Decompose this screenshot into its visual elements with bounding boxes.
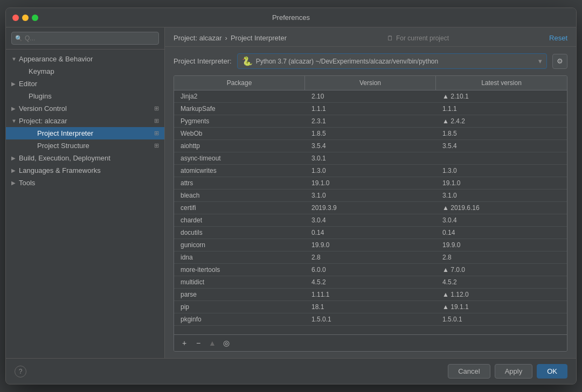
cell-latest: ▲ 2019.6.16	[436, 202, 567, 214]
cell-version: 3.0.4	[305, 214, 436, 226]
table-row[interactable]: parse 1.11.1 ▲ 1.12.0	[174, 289, 567, 301]
cell-package: pkginfo	[174, 313, 305, 325]
dialog-title: Preferences	[272, 13, 310, 22]
cell-latest: 3.5.4	[436, 140, 567, 152]
col-latest: Latest version	[436, 76, 567, 90]
sidebar-item-keymap[interactable]: Keymap	[6, 65, 164, 78]
table-row[interactable]: bleach 3.1.0 3.1.0	[174, 190, 567, 202]
cell-latest	[436, 152, 567, 164]
cell-latest: ▲ 7.0.0	[436, 264, 567, 276]
cell-version: 3.5.4	[305, 140, 436, 152]
cell-package: multidict	[174, 276, 305, 288]
sidebar-item-tools[interactable]: ▶ Tools	[6, 177, 164, 189]
table-row[interactable]: docutils 0.14 0.14	[174, 227, 567, 239]
packages-table: Package Version Latest version Jinja2 2.…	[174, 75, 567, 352]
main-body: Project Interpreter: 🐍 Python 3.7 (alcaz…	[165, 47, 576, 358]
cell-version: 2.10	[305, 90, 436, 102]
sidebar-item-languages[interactable]: ▶ Languages & Frameworks	[6, 164, 164, 177]
table-row[interactable]: attrs 19.1.0 19.1.0	[174, 177, 567, 190]
add-package-button[interactable]: +	[178, 337, 190, 349]
sidebar-item-label: Project: alcazar	[19, 117, 152, 125]
close-button[interactable]	[12, 15, 19, 21]
table-row[interactable]: pkginfo 1.5.0.1 1.5.0.1	[174, 313, 567, 326]
cell-latest: 19.9.0	[436, 239, 567, 251]
cell-package: aiohttp	[174, 140, 305, 152]
table-row[interactable]: idna 2.8 2.8	[174, 251, 567, 264]
cell-version: 18.1	[305, 301, 436, 313]
ok-button[interactable]: OK	[537, 364, 567, 379]
reset-button[interactable]: Reset	[549, 34, 567, 42]
table-row[interactable]: aiohttp 3.5.4 3.5.4	[174, 140, 567, 152]
cell-latest: 3.1.0	[436, 190, 567, 201]
help-button[interactable]: ?	[15, 366, 26, 377]
sidebar-item-label: Tools	[19, 179, 159, 187]
cell-latest: ▲ 2.4.2	[436, 115, 567, 127]
table-row[interactable]: more-itertools 6.0.0 ▲ 7.0.0	[174, 264, 567, 276]
sidebar-item-project-structure[interactable]: Project Structure ⊞	[6, 139, 164, 152]
cell-package: docutils	[174, 227, 305, 239]
sidebar-item-project-interpreter[interactable]: Project Interpreter ⊞	[6, 127, 164, 139]
for-project-text: For current project	[396, 34, 449, 42]
cell-latest: ▲ 1.12.0	[436, 289, 567, 300]
table-row[interactable]: Pygments 2.3.1 ▲ 2.4.2	[174, 115, 567, 128]
sidebar-item-appearance[interactable]: ▼ Appearance & Behavior	[6, 53, 164, 65]
cell-package: Jinja2	[174, 90, 305, 102]
cell-version: 1.8.5	[305, 128, 436, 139]
sidebar-item-label: Project Structure	[37, 142, 152, 150]
table-row[interactable]: certifi 2019.3.9 ▲ 2019.6.16	[174, 202, 567, 214]
cell-package: WebOb	[174, 128, 305, 139]
cell-version: 3.1.0	[305, 190, 436, 201]
table-row[interactable]: gunicorn 19.9.0 19.9.0	[174, 239, 567, 251]
table-row[interactable]: async-timeout 3.0.1	[174, 152, 567, 165]
expand-arrow-icon: ▼	[11, 56, 19, 62]
expand-arrow-icon: ▶	[11, 167, 19, 173]
cell-latest: 2.8	[436, 251, 567, 263]
sidebar-item-plugins[interactable]: Plugins	[6, 90, 164, 102]
cell-latest: 19.1.0	[436, 177, 567, 189]
cell-version: 3.0.1	[305, 152, 436, 164]
cell-package: gunicorn	[174, 239, 305, 251]
table-row[interactable]: atomicwrites 1.3.0 1.3.0	[174, 165, 567, 177]
show-details-button[interactable]: ◎	[220, 337, 232, 349]
structure-icon: ⊞	[154, 142, 159, 149]
cell-latest: 0.14	[436, 227, 567, 239]
cell-package: parse	[174, 289, 305, 300]
gear-button[interactable]: ⚙	[552, 54, 567, 69]
expand-arrow-icon: ▶	[11, 155, 19, 161]
minimize-button[interactable]	[22, 15, 29, 21]
interpreter-label: Project Interpreter:	[174, 57, 232, 65]
search-input[interactable]	[11, 32, 159, 45]
breadcrumb: Project: alcazar › Project Interpreter	[174, 34, 287, 42]
sidebar-item-version-control[interactable]: ▶ Version Control ⊞	[6, 102, 164, 115]
table-row[interactable]: MarkupSafe 1.1.1 1.1.1	[174, 103, 567, 115]
main-content: Project: alcazar › Project Interpreter 🗒…	[165, 27, 576, 358]
remove-package-button[interactable]: −	[192, 337, 204, 349]
cell-package: more-itertools	[174, 264, 305, 276]
cell-version: 19.9.0	[305, 239, 436, 251]
table-row[interactable]: pip 18.1 ▲ 19.1.1	[174, 301, 567, 313]
cell-latest: ▲ 19.1.1	[436, 301, 567, 313]
interpreter-select[interactable]: 🐍 Python 3.7 (alcazar) ~/DevExperiments/…	[237, 53, 547, 69]
content-area: 🔍 ▼ Appearance & Behavior Keymap ▶ Edito…	[6, 27, 576, 358]
table-row[interactable]: WebOb 1.8.5 1.8.5	[174, 128, 567, 140]
cell-package: Pygments	[174, 115, 305, 127]
python-icon: 🐍	[242, 56, 253, 66]
apply-button[interactable]: Apply	[495, 364, 533, 379]
cell-latest: ▲ 2.10.1	[436, 90, 567, 102]
sidebar-item-build-execution[interactable]: ▶ Build, Execution, Deployment	[6, 152, 164, 164]
cancel-button[interactable]: Cancel	[448, 364, 490, 379]
search-icon: 🔍	[15, 35, 23, 42]
cell-package: idna	[174, 251, 305, 263]
sidebar-item-project-alcazar[interactable]: ▼ Project: alcazar ⊞	[6, 115, 164, 127]
table-row[interactable]: Jinja2 2.10 ▲ 2.10.1	[174, 90, 567, 103]
maximize-button[interactable]	[32, 15, 38, 21]
sidebar-nav: ▼ Appearance & Behavior Keymap ▶ Editor …	[6, 50, 164, 358]
sidebar-item-editor[interactable]: ▶ Editor	[6, 78, 164, 90]
table-row[interactable]: chardet 3.0.4 3.0.4	[174, 214, 567, 227]
upgrade-package-button[interactable]: ▲	[206, 337, 218, 349]
cell-latest: 1.5.0.1	[436, 313, 567, 325]
cell-version: 6.0.0	[305, 264, 436, 276]
traffic-lights	[12, 15, 38, 21]
table-row[interactable]: multidict 4.5.2 4.5.2	[174, 276, 567, 289]
cell-latest: 3.0.4	[436, 214, 567, 226]
